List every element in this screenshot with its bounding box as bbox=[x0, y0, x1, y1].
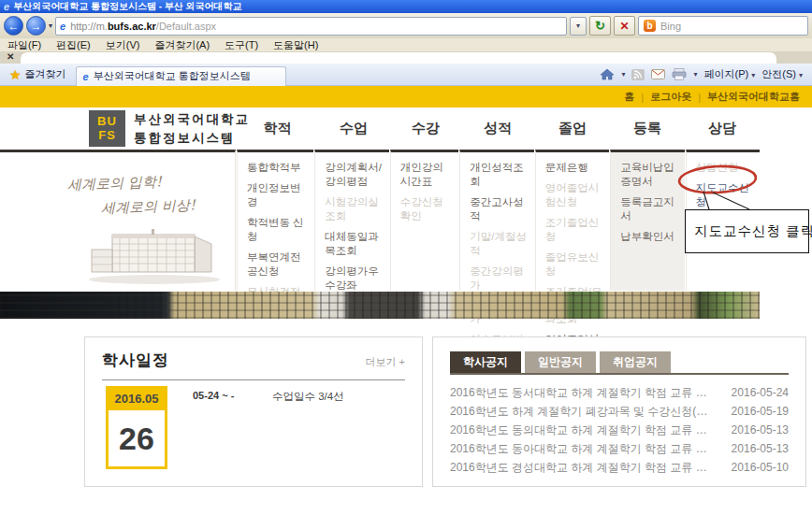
mega-menu-column-4: 개인성적조회중간고사성적기말/계절성적중간강의평가기말강의평가이수구분변경신청이… bbox=[459, 150, 533, 291]
refresh-button[interactable]: ↻ bbox=[589, 16, 611, 36]
nav-item-4[interactable]: 성적 bbox=[460, 107, 535, 150]
notice-row[interactable]: 2016학년도 하계 계절학기 폐강과목 및 수강신청(추...2016-05-… bbox=[450, 402, 789, 421]
search-input[interactable]: b Bing bbox=[638, 16, 808, 36]
mega-menu-column-5: 문제은행영어졸업시험신청조기졸업신청졸업유보신청조기졸업/유보 신청 결과조회영… bbox=[535, 150, 609, 291]
mega-menu-column-3: 개인강의시간표수강신청확인 bbox=[390, 150, 458, 291]
mega-menu-item: 시험강의실조회 bbox=[325, 195, 388, 223]
back-button[interactable]: ← bbox=[4, 16, 23, 36]
feed-icon[interactable] bbox=[631, 69, 645, 80]
mega-menu-item[interactable]: 대체동일과목조회 bbox=[325, 230, 388, 258]
notice-date: 2016-05-19 bbox=[732, 405, 789, 418]
home-dropdown-icon[interactable]: ▾ bbox=[621, 70, 625, 79]
nav-item-7[interactable]: 상담 bbox=[685, 107, 760, 150]
topbar-separator: | bbox=[698, 92, 701, 103]
ie-icon: e bbox=[4, 1, 9, 12]
notice-list: 2016학년도 동서대학교 하계 계절학기 학점 교류 안내2016-05-24… bbox=[450, 383, 789, 477]
topbar-link[interactable]: 부산외국어대학교홈 bbox=[707, 90, 800, 104]
notice-date: 2016-05-13 bbox=[732, 442, 789, 455]
forward-button[interactable]: → bbox=[26, 16, 46, 36]
calendar-month: 2016.05 bbox=[106, 386, 167, 410]
address-toolbar: ← → ▾ e http://m.bufs.ac.kr/Default.aspx… bbox=[0, 13, 812, 38]
mega-menu-item: 조기졸업신청 bbox=[545, 216, 609, 244]
notice-tab-3[interactable]: 취업공지 bbox=[600, 351, 671, 373]
nav-item-1[interactable]: 학적 bbox=[239, 107, 316, 150]
browser-window: e 부산외국어대학교 통합정보시스템 - 부산 외국어대학교 ← → ▾ e h… bbox=[0, 0, 812, 515]
menubar-item[interactable]: 편집(E) bbox=[56, 38, 91, 52]
notice-panel: 학사공지일반공지취업공지 2016학년도 동서대학교 하계 계절학기 학점 교류… bbox=[432, 336, 806, 487]
building-sketch bbox=[84, 222, 225, 285]
history-dropdown-icon[interactable]: ▾ bbox=[49, 21, 52, 30]
notice-row[interactable]: 2016학년도 동의대학교 하계 계절학기 학점 교류 안내2016-05-13 bbox=[450, 421, 789, 439]
mega-menu-item[interactable]: 문제은행 bbox=[545, 161, 609, 175]
home-icon[interactable] bbox=[600, 68, 615, 80]
menubar-item[interactable]: 도움말(H) bbox=[273, 38, 318, 52]
page-favicon-icon: e bbox=[60, 21, 65, 32]
mega-menu-item[interactable]: 중간고사성적 bbox=[470, 195, 533, 223]
notice-title: 2016학년도 경성대학교 하계 계절학기 학점 교류 안내 bbox=[450, 460, 717, 476]
notice-row[interactable]: 2016학년도 동서대학교 하계 계절학기 학점 교류 안내2016-05-24 bbox=[450, 383, 789, 402]
mega-menu-item[interactable]: 개인정보변경 bbox=[247, 181, 313, 209]
notice-row[interactable]: 2016학년도 동아대학교 하계 계절학기 학점 교류 안내2016-05-13 bbox=[450, 439, 789, 458]
mega-menu-banner: 세계로의 입학! 세계로의 비상! bbox=[0, 150, 236, 291]
mega-menu-item[interactable]: 등록금고지서 bbox=[620, 195, 684, 223]
close-bar-icon[interactable]: ✕ bbox=[7, 51, 14, 62]
refresh-icon: ↻ bbox=[595, 19, 605, 33]
menubar-item[interactable]: 즐겨찾기(A) bbox=[154, 38, 210, 52]
browser-tab[interactable]: e 부산외국어대학교 통합정보시스템 bbox=[76, 66, 286, 86]
main-nav: 학적수업수강성적졸업등록상담 bbox=[239, 107, 760, 150]
nav-item-6[interactable]: 등록 bbox=[610, 107, 685, 150]
url-prefix: http://m. bbox=[70, 21, 108, 32]
calendar-event-period: 05-24 ~ - bbox=[193, 390, 234, 401]
calendar-date-card: 2016.05 26 bbox=[106, 386, 167, 469]
print-icon[interactable] bbox=[672, 68, 687, 80]
calendar-event-note: 수업일수 3/4선 bbox=[272, 390, 344, 404]
tab-favicon-icon: e bbox=[83, 71, 89, 82]
mega-menu-item: 중간강의평가 bbox=[470, 265, 533, 293]
menubar-item[interactable]: 도구(T) bbox=[225, 38, 258, 52]
menubar-item[interactable]: 보기(V) bbox=[106, 38, 140, 52]
notice-tab-2[interactable]: 일반공지 bbox=[525, 351, 596, 373]
topbar-link[interactable]: 로그아웃 bbox=[650, 90, 691, 104]
utility-topbar: 홈|로그아웃|부산외국어대학교홈 bbox=[0, 86, 812, 107]
stop-button[interactable]: ✕ bbox=[614, 16, 635, 36]
mega-menu-item[interactable]: 개인강의시간표 bbox=[400, 161, 458, 189]
url-path: /Default.aspx bbox=[156, 21, 216, 32]
mega-menu-item[interactable]: 부복연계전공신청 bbox=[247, 250, 313, 279]
advisor-apply-link[interactable]: 지도교수신청 bbox=[696, 181, 760, 209]
topbar-link[interactable]: 홈 bbox=[624, 90, 634, 104]
slogan-line-1: 세계로의 입학! bbox=[67, 173, 162, 194]
mail-icon[interactable] bbox=[651, 69, 665, 79]
safety-menu-button[interactable]: 안전(S) ▾ bbox=[761, 67, 803, 81]
menubar-item[interactable]: 파일(F) bbox=[7, 38, 41, 52]
nav-item-3[interactable]: 수강 bbox=[391, 107, 460, 150]
address-input[interactable]: e http://m.bufs.ac.kr/Default.aspx bbox=[55, 17, 567, 36]
notice-date: 2016-05-13 bbox=[732, 423, 789, 436]
mega-menu-item[interactable]: 강의평가우수강좌 bbox=[325, 265, 388, 293]
notice-row[interactable]: 2016학년도 경성대학교 하계 계절학기 학점 교류 안내2016-05-10 bbox=[450, 458, 789, 477]
notice-title: 2016학년도 동의대학교 하계 계절학기 학점 교류 안내 bbox=[450, 422, 717, 438]
slogan-line-2: 세계로의 비상! bbox=[101, 196, 196, 218]
mega-menu-item[interactable]: 강의계획서/강의평점 bbox=[325, 161, 388, 189]
calendar-more-link[interactable]: 더보기 + bbox=[366, 355, 405, 369]
tab-title: 부산외국어대학교 통합정보시스템 bbox=[94, 69, 251, 83]
mega-menu-item: 상담신청 bbox=[696, 161, 760, 175]
notice-tab-1[interactable]: 학사공지 bbox=[450, 351, 521, 373]
print-dropdown-icon[interactable]: ▾ bbox=[693, 70, 697, 79]
nav-item-2[interactable]: 수업 bbox=[316, 107, 391, 150]
page-menu-button[interactable]: 페이지(P) ▾ bbox=[704, 67, 756, 81]
mega-menu-column-1: 통합학적부개인정보변경학적변동 신청부복연계전공신청무시험검정원서 bbox=[237, 150, 313, 291]
mega-menu-item[interactable]: 교육비납입증명서 bbox=[620, 161, 684, 189]
mega-menu-item[interactable]: 개인성적조회 bbox=[470, 161, 533, 189]
command-bar: ▾ ▾ 페이지(P) ▾ 안전(S) ▾ bbox=[600, 67, 803, 81]
favorites-button[interactable]: 즐겨찾기 bbox=[25, 67, 66, 81]
address-dropdown-button[interactable]: ▾ bbox=[570, 17, 587, 36]
nav-item-5[interactable]: 졸업 bbox=[535, 107, 610, 150]
notice-title: 2016학년도 동아대학교 하계 계절학기 학점 교류 안내 bbox=[450, 441, 717, 457]
notice-date: 2016-05-10 bbox=[732, 461, 789, 474]
mega-menu-item[interactable]: 통합학적부 bbox=[247, 161, 313, 175]
mega-menu-column-6: 교육비납입증명서등록금고지서납부확인서 bbox=[610, 150, 684, 291]
site-logo[interactable]: BUFS 부산외국어대학교 통합정보시스템 bbox=[89, 110, 250, 147]
mega-menu-item[interactable]: 학적변동 신청 bbox=[247, 216, 313, 244]
site-title: 부산외국어대학교 통합정보시스템 bbox=[134, 110, 250, 147]
mega-menu-item[interactable]: 납부확인서 bbox=[620, 230, 684, 244]
